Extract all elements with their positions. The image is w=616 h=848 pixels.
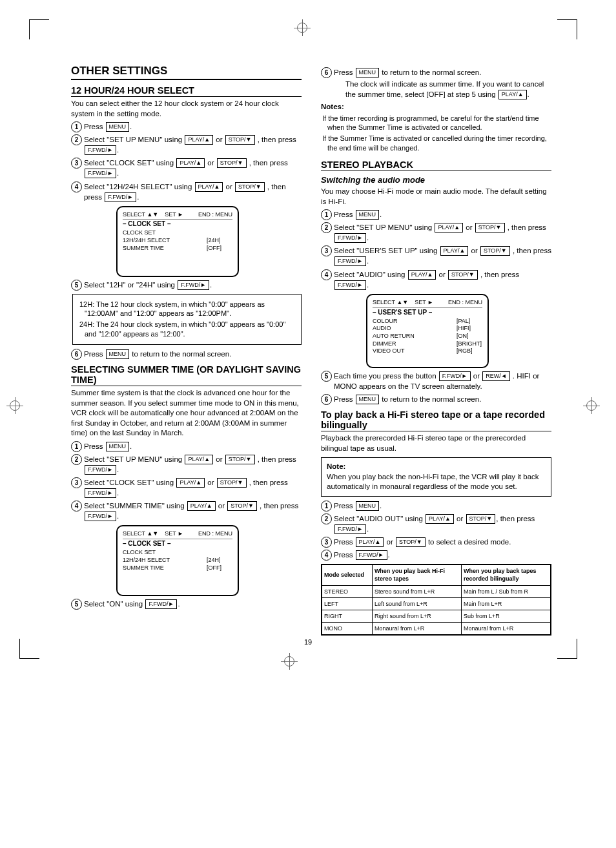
table-row: LEFTLeft sound from L+RMain from L+R [322,597,551,610]
crop-mark [19,639,39,659]
left-column: OTHER SETTINGS 12 HOUR/24 HOUR SELECT Yo… [71,65,302,639]
section-title-other-settings: OTHER SETTINGS [71,65,302,80]
crop-mark [557,639,577,659]
registration-mark [284,656,294,667]
note-item: If the Summer Time is activated or cance… [321,134,551,153]
intro-text: You can select either the 12 hour clock … [71,99,302,119]
play-up-icon: PLAY/▲ [408,270,436,280]
play-up-icon: PLAY/▲ [176,478,205,488]
intro-text: Summer time system is that the clock is … [71,388,302,439]
step: Select "12H/24H SELECT" using PLAY/▲ or … [71,181,302,277]
step: Select "SUMMER TIME" using PLAY/▲ or STO… [71,501,302,596]
steps-summer-cont: Press MENU to return to the normal scree… [321,67,551,99]
subtitle-summer-time: SELECTING SUMMER TIME (OR DAYLIGHT SAVIN… [71,364,302,386]
step: Select "AUDIO OUT" using PLAY/▲ or STOP/… [321,513,551,534]
registration-mark [586,400,597,411]
steps-stereo: Press MENU. Select "SET UP MENU" using P… [321,209,551,404]
intro-text: You may choose Hi-Fi mode or main audio … [321,187,551,207]
play-up-icon: PLAY/▲ [440,246,469,256]
stop-down-icon: STOP/▼ [466,514,496,524]
play-up-icon: PLAY/▲ [426,514,454,524]
menu-button-icon: MENU [106,442,130,451]
ffwd-right-icon: F.FWD/► [178,280,209,290]
stop-down-icon: STOP/▼ [480,246,510,256]
play-up-icon: PLAY/▲ [498,90,527,99]
menu-button-icon: MENU [106,349,130,359]
tv-screen-users-setup: SELECT ▲▼ SET ► END : MENU – USER'S SET … [366,294,489,368]
crop-mark [557,19,577,39]
steps-summer: Press MENU. Select "SET UP MENU" using P… [71,441,302,610]
step: Select "SET UP MENU" using PLAY/▲ or STO… [71,454,302,475]
step: Press MENU. [71,121,302,132]
step: Each time you press the button F.FWD/► o… [321,371,551,391]
step: Press MENU to return to the normal scree… [321,67,551,99]
intro-text: Playback the prerecorded Hi-Fi stereo ta… [321,433,551,453]
registration-mark [297,23,307,33]
step: Press PLAY/▲ or STOP/▼ to select a desir… [321,537,551,547]
ffwd-right-icon: F.FWD/► [85,169,116,178]
ffwd-right-icon: F.FWD/► [334,256,366,266]
stop-down-icon: STOP/▼ [448,270,478,280]
audio-mode-table: Mode selected When you play back Hi-Fi s… [321,564,551,636]
subtitle-12h24h: 12 HOUR/24 HOUR SELECT [71,85,302,97]
note-box: Note: When you play back the non-Hi-Fi t… [321,457,551,497]
play-up-icon: PLAY/▲ [176,158,205,168]
menu-button-icon: MENU [356,501,380,511]
step: Press F.FWD/►. [321,550,551,560]
subtitle-stereo: STEREO PLAYBACK [321,160,551,171]
stop-down-icon: STOP/▼ [475,223,505,233]
play-up-icon: PLAY/▲ [185,135,213,145]
menu-button-icon: MENU [356,68,380,78]
notes-heading: Notes: [321,102,551,112]
step: Press MENU to return to the normal scree… [71,349,302,359]
play-up-icon: PLAY/▲ [356,537,384,547]
tv-screen-clock-set: SELECT ▲▼ SET ► END : MENU – CLOCK SET –… [116,206,239,277]
step: Select "SET UP MENU" using PLAY/▲ or STO… [321,222,551,243]
step: Select "AUDIO" using PLAY/▲ or STOP/▼ , … [321,269,551,368]
play-up-icon: PLAY/▲ [195,182,223,192]
play-up-icon: PLAY/▲ [435,223,463,233]
step: Select "CLOCK SET" using PLAY/▲ or STOP/… [71,158,302,178]
steps-12h24h: Press MENU. Select "SET UP MENU" using P… [71,121,302,359]
ffwd-right-icon: F.FWD/► [334,233,366,243]
stop-down-icon: STOP/▼ [225,455,255,464]
stop-down-icon: STOP/▼ [227,501,257,511]
ffwd-right-icon: F.FWD/► [334,280,366,290]
table-row: RIGHTRight sound from L+RSub from L+R [322,610,551,622]
ffwd-right-icon: F.FWD/► [356,550,387,560]
right-column: Press MENU to return to the normal scree… [321,65,551,639]
play-up-icon: PLAY/▲ [187,501,216,511]
subtitle-hifi-playback: To play back a Hi-Fi stereo tape or a ta… [321,409,551,431]
step: Select "12H" or "24H" using F.FWD/►. 12H… [71,280,302,345]
stop-down-icon: STOP/▼ [235,182,265,192]
stop-down-icon: STOP/▼ [396,537,426,547]
step: Select "ON" using F.FWD/►. [71,599,302,609]
step: Select "CLOCK SET" using PLAY/▲ or STOP/… [71,477,302,498]
crop-mark [29,19,49,39]
menu-button-icon: MENU [356,210,380,220]
page-number: 19 [304,638,312,646]
ffwd-right-icon: F.FWD/► [105,192,136,202]
stop-down-icon: STOP/▼ [225,135,255,145]
step: Press MENU to return to the normal scree… [321,394,551,404]
menu-button-icon: MENU [106,122,130,132]
step: Select "USER'S SET UP" using PLAY/▲ or S… [321,245,551,266]
step: Select "SET UP MENU" using PLAY/▲ or STO… [71,134,302,155]
sub-note: The clock will indicate as summer time. … [345,79,551,99]
note-item: If the timer recording is programmed, be… [321,114,551,133]
menu-button-icon: MENU [356,395,380,404]
ffwd-right-icon: F.FWD/► [334,524,366,534]
sub-heading-audio-mode: Switching the audio mode [321,175,551,185]
tv-screen-clock-set: SELECT ▲▼ SET ► END : MENU – CLOCK SET –… [116,525,239,596]
ffwd-right-icon: F.FWD/► [439,371,471,381]
manual-page: OTHER SETTINGS 12 HOUR/24 HOUR SELECT Yo… [0,0,616,678]
table-row: MONOMonaural from L+RMonaural from L+R [322,622,551,634]
note-box: 12H: The 12 hour clock system, in which … [72,294,302,345]
ffwd-right-icon: F.FWD/► [85,488,116,498]
step: Press MENU. [71,441,302,451]
registration-mark [10,400,20,411]
ffwd-right-icon: F.FWD/► [85,145,116,155]
step: Press MENU. [321,209,551,220]
ffwd-right-icon: F.FWD/► [145,599,177,609]
table-row: STEREOStereo sound from L+RMain from L /… [322,585,551,597]
